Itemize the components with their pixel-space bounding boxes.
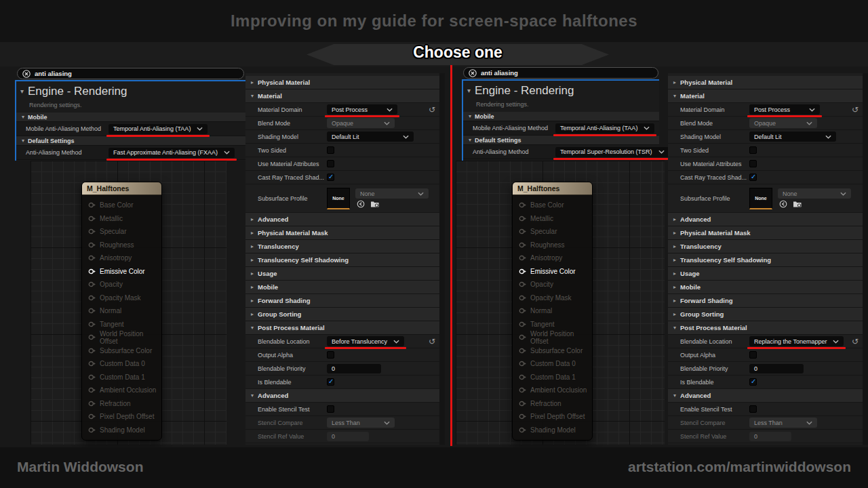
blendable-priority-input[interactable]: 0 bbox=[749, 364, 804, 373]
details-collapsed-section-header[interactable]: ▸Advanced bbox=[668, 213, 868, 226]
node-pin[interactable]: Roughness bbox=[513, 239, 592, 252]
details-collapsed-section-header[interactable]: ▸Group Sorting bbox=[245, 308, 445, 321]
search-input[interactable] bbox=[481, 69, 653, 77]
node-pin[interactable]: World Position Offset bbox=[513, 331, 592, 344]
node-pin[interactable]: Opacity bbox=[82, 278, 161, 291]
node-pin[interactable]: Refraction bbox=[82, 397, 161, 411]
blendable-location-dropdown[interactable]: Replacing the Tonemapper bbox=[749, 336, 844, 346]
two-sided-checkbox[interactable]: ✓ bbox=[327, 146, 334, 154]
node-pin[interactable]: Metallic bbox=[82, 212, 161, 226]
use-material-attributes-checkbox[interactable]: ✓ bbox=[749, 160, 757, 167]
details-collapsed-section-header[interactable]: ▸Forward Shading bbox=[245, 294, 445, 308]
settings-category-header[interactable]: ▾ Engine - Rendering bbox=[16, 81, 246, 102]
node-pin[interactable]: Opacity Mask bbox=[82, 291, 161, 305]
material-domain-dropdown[interactable]: Post Process bbox=[327, 104, 397, 115]
details-collapsed-section-header[interactable]: ▸Translucency bbox=[245, 240, 445, 253]
details-collapsed-section-header[interactable]: ▸Physical Material Mask bbox=[245, 226, 445, 240]
node-pin[interactable]: Custom Data 0 bbox=[513, 357, 592, 371]
node-pin[interactable]: Pixel Depth Offset bbox=[82, 410, 161, 424]
material-domain-dropdown[interactable]: Post Process bbox=[749, 104, 820, 115]
node-pin[interactable]: Normal bbox=[513, 304, 592, 318]
node-pin[interactable]: Shading Model bbox=[513, 424, 592, 437]
material-node-header[interactable]: M_Halftones bbox=[82, 182, 161, 195]
node-pin[interactable]: Anisotropy bbox=[82, 251, 161, 265]
cast-ray-traced-checkbox[interactable]: ✓ bbox=[327, 174, 334, 181]
node-pin[interactable]: Refraction bbox=[513, 397, 592, 411]
node-pin[interactable]: Custom Data 1 bbox=[513, 371, 592, 384]
node-pin[interactable]: Opacity Mask bbox=[513, 291, 592, 305]
browse-to-asset-icon[interactable] bbox=[370, 200, 380, 208]
details-collapsed-section-header[interactable]: ▸Mobile bbox=[245, 281, 445, 294]
node-pin[interactable]: Subsurface Color bbox=[82, 344, 161, 358]
enable-stencil-test-checkbox[interactable]: ✓ bbox=[749, 405, 757, 413]
blendable-location-dropdown[interactable]: Before Translucency bbox=[327, 336, 404, 346]
node-pin[interactable]: Normal bbox=[82, 304, 161, 318]
node-pin[interactable]: Tangent bbox=[513, 318, 592, 331]
details-section-physical-material[interactable]: ▸Physical Material bbox=[245, 76, 445, 89]
clear-search-icon[interactable] bbox=[469, 69, 477, 77]
details-section-post-process-material[interactable]: ▾Post Process Material bbox=[668, 321, 868, 335]
reset-to-default-button[interactable]: ↺ bbox=[852, 338, 859, 346]
details-section-physical-material[interactable]: ▸Physical Material bbox=[668, 76, 868, 89]
use-selected-asset-icon[interactable] bbox=[357, 200, 365, 208]
use-material-attributes-checkbox[interactable]: ✓ bbox=[327, 160, 334, 167]
cast-ray-traced-checkbox[interactable]: ✓ bbox=[749, 174, 757, 181]
node-pin[interactable]: Specular bbox=[82, 225, 161, 239]
node-pin[interactable]: Ambient Occlusion bbox=[513, 384, 592, 397]
is-blendable-checkbox[interactable]: ✓ bbox=[327, 378, 334, 386]
settings-search-bar[interactable] bbox=[17, 68, 244, 79]
details-collapsed-section-header[interactable]: ▸Usage bbox=[245, 267, 445, 281]
material-node-header[interactable]: M_Halftones bbox=[513, 182, 592, 195]
asset-thumbnail[interactable]: None bbox=[749, 188, 772, 209]
reset-to-default-button[interactable]: ↺ bbox=[429, 106, 435, 114]
reset-to-default-button[interactable]: ↺ bbox=[852, 106, 859, 114]
node-pin[interactable]: Roughness bbox=[82, 239, 161, 252]
node-pin[interactable]: Custom Data 0 bbox=[82, 357, 161, 371]
node-pin[interactable]: Emissive Color bbox=[82, 265, 161, 279]
asset-thumbnail[interactable]: None bbox=[327, 188, 350, 209]
material-node[interactable]: M_Halftones Base Color Metallic Specular… bbox=[512, 182, 593, 441]
enable-stencil-test-checkbox[interactable]: ✓ bbox=[327, 405, 334, 413]
reset-to-default-button[interactable]: ↺ bbox=[429, 338, 435, 346]
blendable-priority-input[interactable]: 0 bbox=[327, 364, 381, 373]
mobile-aa-method-dropdown[interactable]: Temporal Anti-Aliasing (TAA) bbox=[555, 123, 654, 134]
details-section-post-process-material[interactable]: ▾Post Process Material bbox=[245, 321, 445, 335]
aa-method-dropdown[interactable]: Temporal Super-Resolution (TSR) bbox=[555, 147, 669, 157]
node-pin[interactable]: Ambient Occlusion bbox=[82, 384, 161, 397]
is-blendable-checkbox[interactable]: ✓ bbox=[749, 378, 757, 386]
aa-method-dropdown[interactable]: Fast Approximate Anti-Aliasing (FXAA) bbox=[108, 148, 235, 158]
use-selected-asset-icon[interactable] bbox=[779, 200, 787, 208]
details-collapsed-section-header[interactable]: ▸Translucency bbox=[668, 240, 868, 253]
shading-model-dropdown[interactable]: Default Lit bbox=[749, 131, 836, 142]
details-section-material[interactable]: ▾Material bbox=[245, 89, 445, 103]
node-pin[interactable]: Tangent bbox=[82, 318, 161, 331]
two-sided-checkbox[interactable]: ✓ bbox=[749, 146, 757, 154]
details-collapsed-section-header[interactable]: ▸Translucency Self Shadowing bbox=[245, 253, 445, 267]
node-pin[interactable]: Custom Data 1 bbox=[82, 371, 161, 384]
node-pin[interactable]: Pixel Depth Offset bbox=[513, 410, 592, 424]
details-collapsed-section-header[interactable]: ▸Translucency Self Shadowing bbox=[668, 253, 868, 267]
node-pin[interactable]: World Position Offset bbox=[82, 331, 161, 344]
node-pin[interactable]: Opacity bbox=[513, 278, 592, 291]
section-header-default-settings[interactable]: ▾ Default Settings bbox=[16, 136, 246, 146]
details-collapsed-section-header[interactable]: ▸Forward Shading bbox=[668, 294, 868, 308]
details-section-advanced[interactable]: ▾Advanced bbox=[668, 389, 868, 403]
material-graph-canvas[interactable]: M_Halftones Base Color Metallic Specular… bbox=[456, 161, 665, 445]
section-header-mobile[interactable]: ▾ Mobile bbox=[16, 113, 246, 122]
mobile-aa-method-dropdown[interactable]: Temporal Anti-Aliasing (TAA) bbox=[108, 124, 208, 134]
node-pin[interactable]: Emissive Color bbox=[513, 265, 592, 279]
details-collapsed-section-header[interactable]: ▸Mobile bbox=[668, 281, 868, 294]
node-pin[interactable]: Anisotropy bbox=[513, 251, 592, 265]
details-section-material[interactable]: ▾Material bbox=[668, 89, 868, 103]
details-collapsed-section-header[interactable]: ▸Group Sorting bbox=[668, 308, 868, 321]
node-pin[interactable]: Shading Model bbox=[82, 424, 161, 437]
details-collapsed-section-header[interactable]: ▸Physical Material Mask bbox=[668, 226, 868, 240]
details-collapsed-section-header[interactable]: ▸Usage bbox=[668, 267, 868, 281]
material-node[interactable]: M_Halftones Base Color Metallic Specular… bbox=[81, 182, 162, 441]
search-input[interactable] bbox=[35, 70, 239, 77]
settings-category-header[interactable]: ▾ Engine - Rendering bbox=[463, 81, 659, 101]
node-pin[interactable]: Base Color bbox=[82, 199, 161, 212]
material-graph-canvas[interactable]: M_Halftones Base Color Metallic Specular… bbox=[31, 161, 226, 445]
browse-to-asset-icon[interactable] bbox=[793, 200, 802, 208]
details-collapsed-section-header[interactable]: ▸Advanced bbox=[245, 213, 445, 226]
